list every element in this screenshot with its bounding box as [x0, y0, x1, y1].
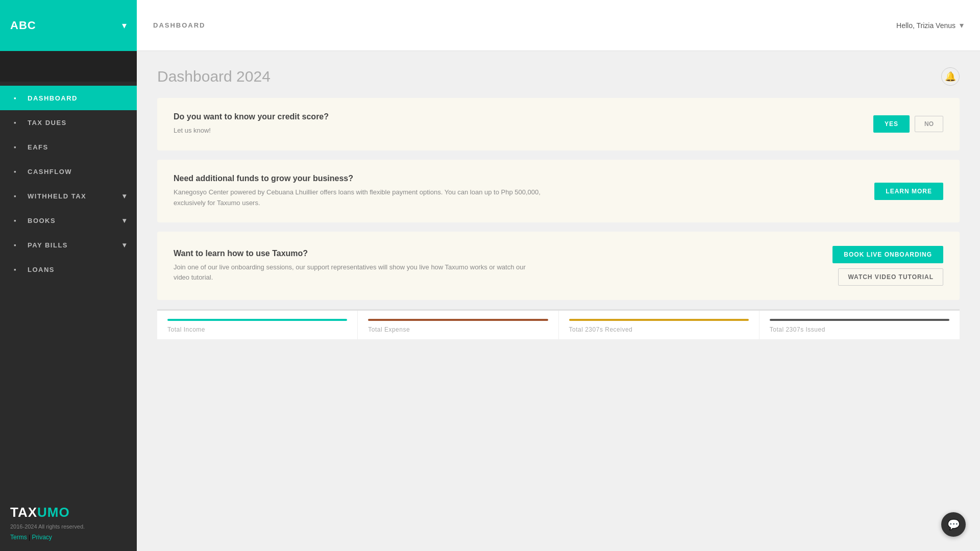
topbar: DASHBOARD Hello, Trizia Venus ▾	[137, 0, 980, 51]
card-actions-row-credit-score: YESNO	[873, 115, 943, 133]
sidebar: ABC ▾ ▪DASHBOARD▪TAX DUES▪EAFS▪CASHFLOW▪…	[0, 0, 137, 551]
card-heading-onboarding: Want to learn how to use Taxumo?	[174, 249, 541, 258]
books-nav-icon: ▪	[10, 215, 20, 226]
stat-total-2307s-issued: Total 2307s Issued	[760, 311, 960, 339]
card-actions-funds: LEARN MORE	[874, 183, 943, 200]
pay-bills-expand-icon: ▾	[122, 241, 127, 249]
sidebar-item-loans[interactable]: ▪LOANS	[0, 257, 137, 282]
user-chevron-icon: ▾	[960, 20, 964, 30]
loans-nav-icon: ▪	[10, 264, 20, 274]
btn-yes-credit-score[interactable]: YES	[873, 115, 910, 133]
sidebar-item-label-loans: LOANS	[28, 266, 55, 273]
stat-label-total-2307s-issued: Total 2307s Issued	[770, 326, 949, 333]
stat-bar-line-total-expense	[368, 319, 548, 321]
sidebar-item-label-tax-dues: TAX DUES	[28, 119, 67, 127]
sidebar-item-label-books: BOOKS	[28, 217, 56, 224]
notification-bell-button[interactable]: 🔔	[941, 67, 960, 86]
cashflow-nav-icon: ▪	[10, 166, 20, 177]
content-area: Dashboard 2024 🔔 Do you want to know you…	[137, 51, 980, 551]
stat-label-total-expense: Total Expense	[368, 326, 548, 333]
privacy-link[interactable]: Privacy	[32, 534, 52, 541]
cards-container: Do you want to know your credit score?Le…	[157, 98, 960, 300]
card-desc-credit-score: Let us know!	[174, 126, 329, 136]
stat-bar-line-total-income	[167, 319, 347, 321]
pay-bills-nav-icon: ▪	[10, 240, 20, 250]
sidebar-item-label-cashflow: CASHFLOW	[28, 168, 72, 176]
company-name: ABC	[10, 19, 36, 32]
sidebar-item-dashboard[interactable]: ▪DASHBOARD	[0, 86, 137, 110]
card-onboarding: Want to learn how to use Taxumo?Join one…	[157, 232, 960, 300]
eafs-nav-icon: ▪	[10, 142, 20, 152]
page-title-row: Dashboard 2024 🔔	[157, 67, 960, 86]
stat-label-total-income: Total Income	[167, 326, 347, 333]
sidebar-header: ABC ▾	[0, 0, 137, 51]
copyright-text: 2016-2024 All rights reserved.	[10, 523, 127, 530]
user-greeting: Hello, Trizia Venus	[896, 21, 955, 30]
sidebar-item-pay-bills[interactable]: ▪PAY BILLS▾	[0, 233, 137, 257]
btn-watch-video-tutorial-onboarding[interactable]: WATCH VIDEO TUTORIAL	[838, 268, 943, 286]
sidebar-item-books[interactable]: ▪BOOKS▾	[0, 208, 137, 233]
card-text-credit-score: Do you want to know your credit score?Le…	[174, 112, 329, 136]
card-funds: Need additional funds to grow your busin…	[157, 160, 960, 223]
footer-links: Terms | Privacy	[10, 534, 127, 541]
stat-total-expense: Total Expense	[358, 311, 558, 339]
stat-total-income: Total Income	[157, 311, 358, 339]
terms-link[interactable]: Terms	[10, 534, 27, 541]
btn-no-credit-score[interactable]: NO	[915, 116, 943, 132]
user-menu[interactable]: Hello, Trizia Venus ▾	[896, 20, 964, 30]
sidebar-nav: ▪DASHBOARD▪TAX DUES▪EAFS▪CASHFLOW▪WITHHE…	[0, 82, 137, 492]
withheld-tax-nav-icon: ▪	[10, 191, 20, 201]
stat-total-2307s-received: Total 2307s Received	[559, 311, 760, 339]
sidebar-footer: TAXUMO 2016-2024 All rights reserved. Te…	[0, 492, 137, 551]
card-heading-credit-score: Do you want to know your credit score?	[174, 112, 329, 121]
tax-dues-nav-icon: ▪	[10, 117, 20, 128]
sidebar-item-label-pay-bills: PAY BILLS	[28, 241, 68, 249]
sidebar-item-label-eafs: EAFS	[28, 143, 48, 151]
card-heading-funds: Need additional funds to grow your busin…	[174, 174, 541, 183]
company-dropdown-icon[interactable]: ▾	[122, 20, 127, 31]
sidebar-item-tax-dues[interactable]: ▪TAX DUES	[0, 110, 137, 135]
dashboard-nav-icon: ▪	[10, 93, 20, 103]
dashboard-title: Dashboard 2024	[157, 68, 271, 85]
stat-bar-line-total-2307s-received	[569, 319, 749, 321]
card-actions-onboarding: BOOK LIVE ONBOARDINGWATCH VIDEO TUTORIAL	[832, 246, 943, 286]
card-text-onboarding: Want to learn how to use Taxumo?Join one…	[174, 249, 541, 284]
card-desc-funds: Kanegosyo Center powered by Cebuana Lhui…	[174, 187, 541, 209]
card-actions-credit-score: YESNO	[873, 115, 943, 133]
card-text-funds: Need additional funds to grow your busin…	[174, 174, 541, 209]
stat-bar-line-total-2307s-issued	[770, 319, 949, 321]
sidebar-item-eafs[interactable]: ▪EAFS	[0, 135, 137, 159]
withheld-tax-expand-icon: ▾	[122, 192, 127, 200]
btn-book-live-onboarding-onboarding[interactable]: BOOK LIVE ONBOARDING	[832, 246, 943, 263]
sidebar-item-label-withheld-tax: WITHHELD TAX	[28, 192, 86, 200]
books-expand-icon: ▾	[122, 216, 127, 224]
sidebar-item-withheld-tax[interactable]: ▪WITHHELD TAX▾	[0, 184, 137, 208]
sidebar-user-area	[0, 51, 137, 82]
card-credit-score: Do you want to know your credit score?Le…	[157, 98, 960, 151]
sidebar-item-label-dashboard: DASHBOARD	[28, 94, 78, 102]
stats-bar: Total IncomeTotal ExpenseTotal 2307s Rec…	[157, 309, 960, 339]
taxumo-logo: TAXUMO	[10, 505, 127, 520]
sidebar-item-cashflow[interactable]: ▪CASHFLOW	[0, 159, 137, 184]
main-content: DASHBOARD Hello, Trizia Venus ▾ Dashboar…	[137, 0, 980, 551]
btn-learn-more-funds[interactable]: LEARN MORE	[874, 183, 943, 200]
page-breadcrumb: DASHBOARD	[153, 21, 206, 29]
card-desc-onboarding: Join one of our live onboarding sessions…	[174, 262, 541, 284]
chat-support-button[interactable]: 💬	[941, 512, 966, 537]
stat-label-total-2307s-received: Total 2307s Received	[569, 326, 749, 333]
